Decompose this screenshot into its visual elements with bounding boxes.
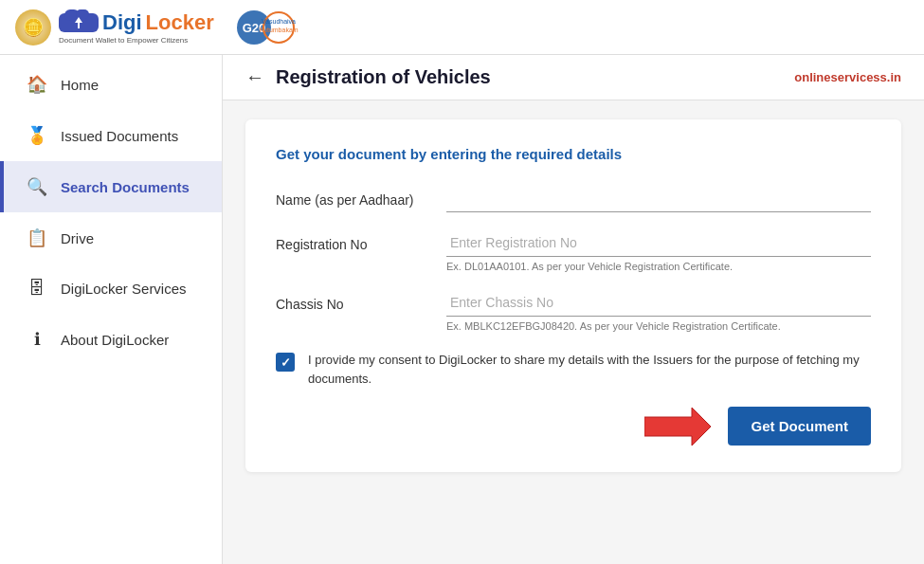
consent-checkbox[interactable] bbox=[276, 353, 295, 372]
svg-marker-9 bbox=[644, 408, 711, 446]
layout: 🏠 Home 🏅 Issued Documents 🔍 Search Docum… bbox=[0, 55, 924, 564]
svg-text:Kutumbakam: Kutumbakam bbox=[259, 27, 298, 33]
sidebar-item-home[interactable]: 🏠 Home bbox=[0, 59, 222, 110]
digilocker-logo: DigiLocker Document Wallet to Empower Ci… bbox=[59, 9, 214, 45]
sidebar-item-issued-documents[interactable]: 🏅 Issued Documents bbox=[0, 110, 222, 161]
red-arrow-icon bbox=[644, 408, 711, 446]
header: 🪙 DigiLocker Document Wallet to Empower … bbox=[0, 0, 924, 55]
registration-no-label: Registration No bbox=[276, 229, 446, 252]
get-document-button[interactable]: Get Document bbox=[728, 407, 871, 446]
sidebar-label-home: Home bbox=[61, 77, 99, 93]
registration-no-hint: Ex. DL01AA0101. As per your Vehicle Regi… bbox=[446, 261, 871, 272]
search-icon: 🔍 bbox=[27, 176, 47, 197]
logo-tagline: Document Wallet to Empower Citizens bbox=[59, 36, 188, 45]
chassis-no-field-row: Chassis No Ex. MBLKC12EFBGJ08420. As per… bbox=[276, 289, 871, 332]
consent-row: I provide my consent to DigiLocker to sh… bbox=[276, 351, 871, 388]
logo-digi-text: Digi bbox=[102, 10, 142, 35]
consent-text: I provide my consent to DigiLocker to sh… bbox=[308, 351, 871, 388]
name-field-row: Name (as per Aadhaar) bbox=[276, 185, 871, 212]
arrow-indicator bbox=[644, 408, 711, 446]
name-input[interactable] bbox=[446, 185, 871, 212]
header-logo: 🪙 DigiLocker Document Wallet to Empower … bbox=[15, 9, 299, 45]
logo-locker-text: Locker bbox=[146, 10, 214, 35]
sidebar-label-issued-documents: Issued Documents bbox=[61, 128, 178, 144]
chassis-no-field: Ex. MBLKC12EFBGJ08420. As per your Vehic… bbox=[446, 289, 871, 332]
form-card: Get your document by entering the requir… bbox=[245, 119, 901, 472]
g20-logo: G20 Vasudhaiva Kutumbakam bbox=[235, 9, 299, 45]
sidebar: 🏠 Home 🏅 Issued Documents 🔍 Search Docum… bbox=[0, 55, 223, 564]
registration-no-input[interactable] bbox=[446, 229, 871, 257]
topbar: ← Registration of Vehicles onlineservice… bbox=[223, 55, 924, 100]
sidebar-label-search-documents: Search Documents bbox=[61, 179, 190, 195]
cloud-logo-icon bbox=[59, 9, 99, 36]
registration-no-field: Ex. DL01AA0101. As per your Vehicle Regi… bbox=[446, 229, 871, 272]
back-button[interactable]: ← bbox=[245, 66, 264, 88]
services-icon: 🗄 bbox=[27, 279, 47, 299]
main-content: ← Registration of Vehicles onlineservice… bbox=[223, 55, 924, 564]
sidebar-label-about: About DigiLocker bbox=[61, 332, 169, 348]
svg-rect-2 bbox=[76, 9, 89, 19]
home-icon: 🏠 bbox=[27, 74, 47, 95]
bottom-row: Get Document bbox=[276, 407, 871, 446]
svg-text:Vasudhaiva: Vasudhaiva bbox=[262, 18, 296, 25]
about-icon: ℹ bbox=[27, 329, 47, 350]
sidebar-item-about-digilocker[interactable]: ℹ About DigiLocker bbox=[0, 314, 222, 365]
chassis-no-input[interactable] bbox=[446, 289, 871, 317]
form-subtitle: Get your document by entering the requir… bbox=[276, 146, 871, 162]
sidebar-label-drive: Drive bbox=[61, 230, 94, 246]
page-title: Registration of Vehicles bbox=[276, 66, 491, 88]
sidebar-item-digilocker-services[interactable]: 🗄 DigiLocker Services bbox=[0, 264, 222, 314]
sidebar-label-services: DigiLocker Services bbox=[61, 281, 187, 297]
chassis-no-hint: Ex. MBLKC12EFBGJ08420. As per your Vehic… bbox=[446, 320, 871, 332]
issued-docs-icon: 🏅 bbox=[27, 125, 47, 146]
name-field bbox=[446, 185, 871, 212]
name-label: Name (as per Aadhaar) bbox=[276, 185, 446, 208]
sidebar-item-drive[interactable]: 📋 Drive bbox=[0, 212, 222, 264]
topbar-left: ← Registration of Vehicles bbox=[245, 66, 491, 88]
g20-logo-svg: G20 Vasudhaiva Kutumbakam bbox=[235, 9, 299, 45]
registration-no-field-row: Registration No Ex. DL01AA0101. As per y… bbox=[276, 229, 871, 272]
sidebar-item-search-documents[interactable]: 🔍 Search Documents bbox=[0, 161, 222, 212]
chassis-no-label: Chassis No bbox=[276, 289, 446, 312]
emblem-icon: 🪙 bbox=[15, 9, 51, 45]
external-link[interactable]: onlineservicess.in bbox=[794, 70, 901, 84]
drive-icon: 📋 bbox=[27, 227, 47, 248]
